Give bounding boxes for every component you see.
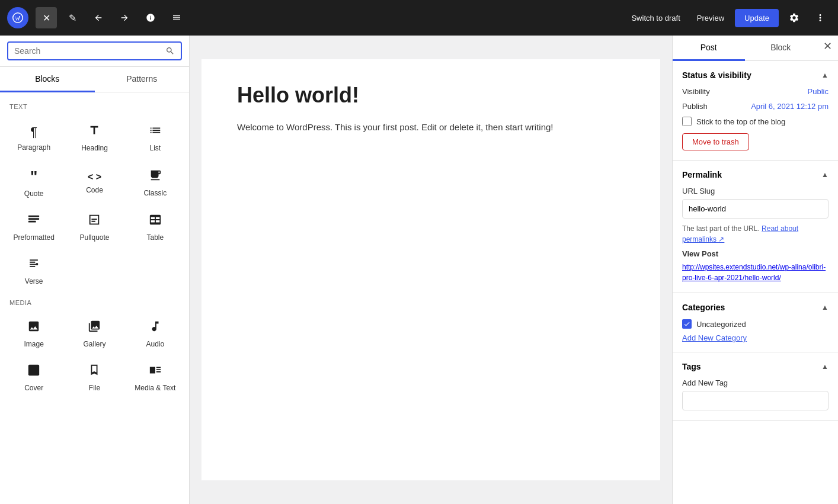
category-uncategorized-checkbox[interactable]: [682, 319, 692, 329]
table-label: Table: [146, 233, 164, 242]
stick-top-label: Stick to the top of the blog: [696, 117, 785, 126]
more-options-button[interactable]: [810, 7, 831, 28]
right-panel: Post Block ✕ Status & visibility ▲ Visib…: [672, 36, 838, 504]
view-post-label: View Post: [682, 249, 829, 258]
redo-button[interactable]: [114, 7, 135, 28]
preformatted-label: Preformatted: [13, 233, 54, 242]
toolbar: ✕ ✎ Switch to draft Preview Update: [0, 0, 838, 36]
list-icon: [149, 124, 162, 140]
block-preformatted[interactable]: Preformatted: [5, 206, 63, 247]
add-tag-input[interactable]: [682, 391, 829, 410]
block-quote[interactable]: " Quote: [5, 160, 63, 203]
categories-chevron: ▲: [821, 303, 829, 312]
list-label: List: [149, 144, 161, 152]
cover-label: Cover: [24, 384, 43, 392]
classic-label: Classic: [143, 189, 167, 197]
gallery-label: Gallery: [83, 340, 105, 348]
stick-top-checkbox[interactable]: [682, 117, 692, 126]
category-uncategorized-label: Uncategorized: [696, 320, 746, 329]
search-input[interactable]: [14, 46, 165, 56]
undo-button[interactable]: [88, 7, 109, 28]
code-label: Code: [86, 186, 103, 194]
edit-icon-button[interactable]: ✎: [62, 7, 83, 28]
post-title: Hello world!: [237, 83, 625, 108]
post-content: Hello world! Welcome to WordPress. This …: [201, 59, 660, 480]
block-heading[interactable]: Heading: [65, 116, 123, 158]
post-body: Welcome to WordPress. This is your first…: [237, 120, 625, 135]
update-button[interactable]: Update: [735, 9, 779, 27]
audio-label: Audio: [146, 340, 164, 348]
tags-header[interactable]: Tags ▲: [682, 362, 829, 371]
right-tab-post[interactable]: Post: [673, 36, 745, 61]
svg-point-3: [36, 263, 39, 265]
tools-button[interactable]: [166, 7, 187, 28]
block-media-text[interactable]: Media & Text: [126, 356, 184, 397]
cover-icon: [27, 364, 40, 380]
visibility-label: Visibility: [682, 87, 710, 96]
heading-label: Heading: [81, 144, 108, 152]
block-list[interactable]: List: [126, 116, 184, 158]
view-post-link[interactable]: http://wpsites.extendstudio.net/wp-alina…: [682, 262, 829, 283]
block-verse[interactable]: Verse: [5, 249, 63, 291]
permalink-header[interactable]: Permalink ▲: [682, 170, 829, 179]
move-to-trash-button[interactable]: Move to trash: [682, 133, 749, 150]
verse-icon: [27, 257, 40, 274]
block-code[interactable]: < > Code: [65, 160, 123, 203]
block-table[interactable]: Table: [126, 206, 184, 247]
tags-title: Tags: [682, 362, 701, 371]
url-slug-label: URL Slug: [682, 187, 829, 195]
left-tabs: Blocks Patterns: [0, 67, 189, 92]
right-tabs: Post Block ✕: [673, 36, 838, 61]
paragraph-icon: ¶: [30, 124, 37, 140]
wp-logo-button[interactable]: [7, 7, 28, 28]
file-icon: [88, 364, 101, 380]
publish-label: Publish: [682, 102, 708, 111]
close-editor-button[interactable]: ✕: [36, 7, 57, 28]
right-tab-block[interactable]: Block: [745, 36, 817, 61]
block-file[interactable]: File: [65, 356, 123, 397]
tab-patterns[interactable]: Patterns: [95, 67, 190, 92]
block-image[interactable]: Image: [5, 312, 63, 354]
image-icon: [27, 320, 40, 336]
checkmark-icon: [683, 320, 690, 328]
tab-blocks[interactable]: Blocks: [0, 67, 95, 92]
url-slug-input[interactable]: [682, 199, 829, 219]
publish-value[interactable]: April 6, 2021 12:12 pm: [751, 102, 829, 111]
post-url-link[interactable]: http://wpsites.extendstudio.net/wp-alina…: [682, 263, 826, 282]
code-icon: < >: [88, 172, 101, 182]
text-section-label: TEXT: [0, 97, 189, 114]
add-new-category-link[interactable]: Add New Category: [682, 333, 747, 342]
file-label: File: [89, 384, 100, 392]
categories-title: Categories: [682, 303, 725, 312]
block-cover[interactable]: Cover: [5, 356, 63, 397]
preview-button[interactable]: Preview: [691, 10, 730, 26]
category-uncategorized-row: Uncategorized: [682, 319, 829, 329]
left-panel: Blocks Patterns TEXT ¶ Paragraph Heading: [0, 36, 190, 504]
blocks-panel: TEXT ¶ Paragraph Heading List: [0, 92, 189, 504]
switch-draft-button[interactable]: Switch to draft: [625, 10, 686, 26]
block-paragraph[interactable]: ¶ Paragraph: [5, 116, 63, 158]
settings-button[interactable]: [783, 7, 805, 28]
block-gallery[interactable]: Gallery: [65, 312, 123, 354]
status-visibility-chevron: ▲: [821, 71, 829, 79]
permalink-section: Permalink ▲ URL Slug The last part of th…: [673, 160, 838, 293]
block-classic[interactable]: Classic: [126, 160, 184, 203]
pullquote-icon: [88, 213, 101, 230]
block-audio[interactable]: Audio: [126, 312, 184, 354]
audio-icon: [149, 320, 162, 336]
read-about-permalinks-link[interactable]: Read about permalinks ↗: [682, 224, 798, 243]
visibility-value[interactable]: Public: [808, 87, 829, 96]
permalink-chevron: ▲: [821, 171, 829, 179]
categories-header[interactable]: Categories ▲: [682, 303, 829, 312]
pullquote-label: Pullquote: [79, 233, 109, 242]
block-pullquote[interactable]: Pullquote: [65, 206, 123, 247]
close-panel-button[interactable]: ✕: [817, 36, 838, 57]
info-button[interactable]: [140, 7, 161, 28]
permalink-title: Permalink: [682, 170, 722, 179]
status-visibility-header[interactable]: Status & visibility ▲: [682, 70, 829, 80]
svg-rect-0: [28, 216, 39, 217]
image-label: Image: [24, 340, 43, 348]
search-icon: [165, 46, 175, 56]
quote-label: Quote: [24, 190, 44, 198]
svg-rect-1: [28, 218, 39, 220]
